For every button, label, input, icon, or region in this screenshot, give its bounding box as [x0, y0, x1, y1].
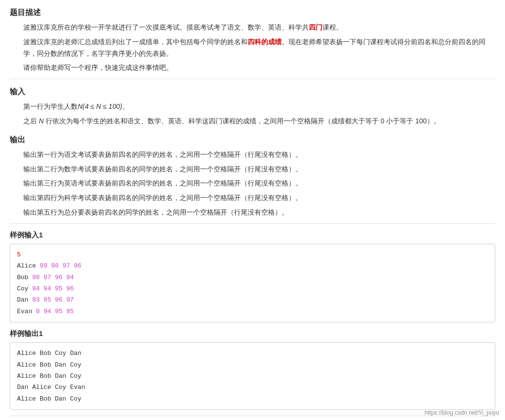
input-p1: 第一行为学生人数N(4 ≤ N ≤ 100)。	[23, 101, 495, 113]
input-line-n: 5	[17, 249, 488, 260]
input-title: 输入	[10, 87, 495, 97]
highlight-four-scores: 四科的成绩	[248, 38, 282, 46]
output-line-2: 输出第二行为数学考试要表扬前四名的同学的姓名，之间用一个空格隔开（行尾没有空格）…	[23, 164, 495, 175]
highlight-four-subjects: 四门	[309, 23, 322, 31]
output-line-4: 输出第四行为科学考试要表扬前四名的同学的姓名，之间用一个空格隔开（行尾没有空格）…	[23, 192, 495, 204]
output-row-2: Alice Bob Dan Coy	[17, 359, 488, 370]
sample-input-title: 样例输入1	[10, 231, 495, 240]
desc-p3: 请你帮助老师写一个程序，快速完成这件事情吧。	[23, 62, 495, 74]
problem-title: 题目描述	[10, 8, 495, 18]
footer-link: https://blog.csdn.net/Yi_puyu	[424, 409, 499, 416]
input-line-evan: Evan 0 94 95 95	[17, 306, 488, 317]
sample-output-section: 样例输出1 Alice Bob Coy Dan Alice Bob Dan Co…	[10, 329, 495, 410]
input-p2: 之后 N 行依次为每个学生的姓名和语文、数学、英语、科学这四门课程的成绩，之间用…	[23, 116, 495, 127]
output-row-1: Alice Bob Coy Dan	[17, 348, 488, 359]
sample-output-box: Alice Bob Coy Dan Alice Bob Dan Coy Alic…	[10, 342, 495, 410]
output-lines: 输出第一行为语文考试要表扬前四名的同学的姓名，之间用一个空格隔开（行尾没有空格）…	[10, 149, 495, 218]
output-line-1: 输出第一行为语文考试要表扬前四名的同学的姓名，之间用一个空格隔开（行尾没有空格）…	[23, 149, 495, 161]
desc-p2: 波雅汉库克的老师汇总成绩后列出了一成绩单，其中包括每个同学的姓名和四科的成绩。现…	[23, 36, 495, 60]
input-math-n2: N	[39, 117, 44, 125]
sample-input-section: 样例输入1 5 Alice 99 98 97 96 Bob 98 97 96 9…	[10, 231, 495, 322]
output-title: 输出	[10, 135, 495, 145]
input-math-n: N(4 ≤ N ≤ 100)	[78, 102, 122, 110]
output-line-5: 输出第五行为总分要表扬前四名的同学的姓名，之间用一个空格隔开（行尾没有空格）。	[23, 207, 495, 218]
sample-input-box: 5 Alice 99 98 97 96 Bob 98 97 96 94 Coy …	[10, 244, 495, 322]
input-line-alice: Alice 99 98 97 96	[17, 260, 488, 271]
output-row-3: Alice Bob Dan Coy	[17, 370, 488, 382]
output-row-4: Dan Alice Coy Evan	[17, 382, 488, 393]
input-line-coy: Coy 94 94 95 96	[17, 283, 488, 294]
sample-output-title: 样例输出1	[10, 329, 495, 338]
input-line-dan: Dan 93 95 96 97	[17, 294, 488, 305]
desc-p1: 波雅汉库克所在的学校一开学就进行了一次摸底考试。摸底考试考了语文、数学、英语、科…	[23, 22, 495, 34]
input-line-bob: Bob 98 97 96 94	[17, 272, 488, 283]
output-row-5: Alice Bob Dan Coy	[17, 393, 488, 404]
output-line-3: 输出第三行为英语考试要表扬前四名的同学的姓名，之间用一个空格隔开（行尾没有空格）…	[23, 178, 495, 189]
